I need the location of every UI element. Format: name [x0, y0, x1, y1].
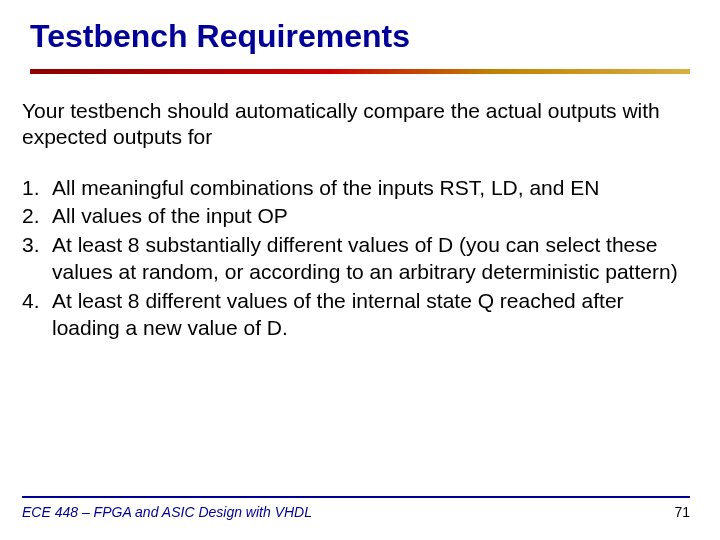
list-item: 2. All values of the input OP — [22, 203, 680, 230]
footer-course: ECE 448 – FPGA and ASIC Design with VHDL — [22, 504, 312, 520]
footer-rule — [22, 496, 690, 498]
list-item: 1. All meaningful combinations of the in… — [22, 175, 680, 202]
item-number: 4. — [22, 288, 52, 342]
page-number: 71 — [674, 504, 690, 520]
item-text: At least 8 different values of the inter… — [52, 288, 680, 342]
item-text: All meaningful combinations of the input… — [52, 175, 680, 202]
slide-title: Testbench Requirements — [0, 18, 720, 65]
requirements-list: 1. All meaningful combinations of the in… — [0, 151, 720, 342]
slide: Testbench Requirements Your testbench sh… — [0, 0, 720, 540]
footer-row: ECE 448 – FPGA and ASIC Design with VHDL… — [22, 504, 690, 520]
list-item: 4. At least 8 different values of the in… — [22, 288, 680, 342]
item-number: 3. — [22, 232, 52, 286]
item-number: 2. — [22, 203, 52, 230]
intro-text: Your testbench should automatically comp… — [0, 74, 720, 151]
item-text: All values of the input OP — [52, 203, 680, 230]
item-text: At least 8 substantially different value… — [52, 232, 680, 286]
list-item: 3. At least 8 substantially different va… — [22, 232, 680, 286]
footer: ECE 448 – FPGA and ASIC Design with VHDL… — [22, 496, 690, 520]
item-number: 1. — [22, 175, 52, 202]
